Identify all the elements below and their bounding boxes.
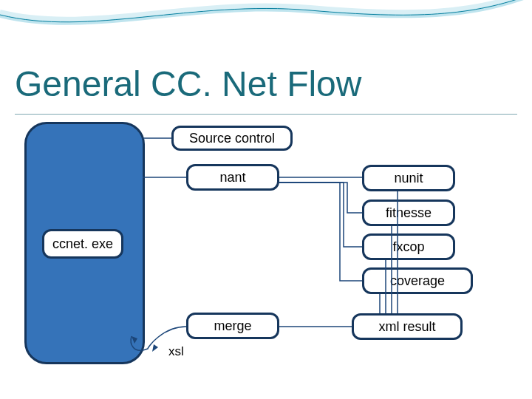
node-nant: nant	[186, 164, 279, 191]
node-fitnesse: fitnesse	[362, 200, 455, 226]
node-source-control: Source control	[171, 126, 293, 151]
node-ccnet: ccnet. exe	[42, 229, 123, 259]
title-rule	[15, 114, 517, 115]
svg-marker-5	[152, 344, 158, 352]
node-fxcop: fxcop	[362, 233, 455, 260]
header-wave	[0, 0, 532, 44]
label-xsl: xsl	[168, 344, 184, 359]
node-xml-result: xml result	[352, 313, 463, 340]
node-coverage: coverage	[362, 267, 473, 294]
node-merge: merge	[186, 313, 279, 339]
node-nunit: nunit	[362, 165, 455, 191]
page-title: General CC. Net Flow	[15, 64, 361, 104]
